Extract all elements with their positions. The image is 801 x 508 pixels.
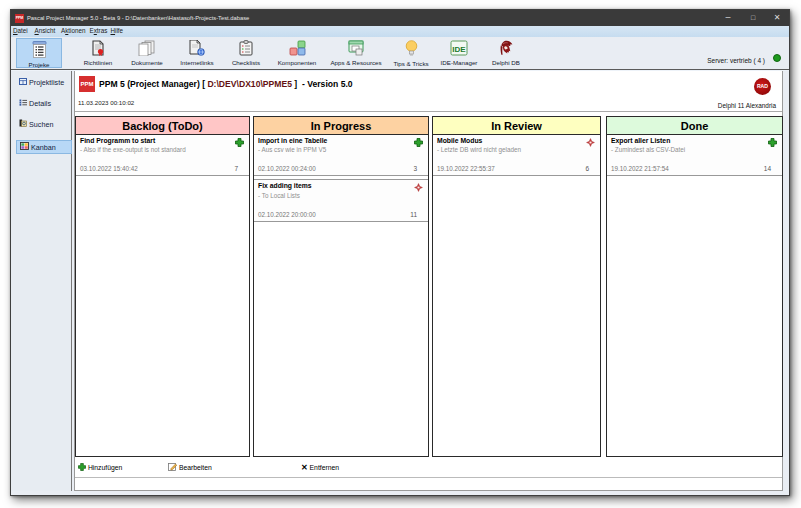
svg-text:IDE: IDE — [452, 45, 466, 54]
